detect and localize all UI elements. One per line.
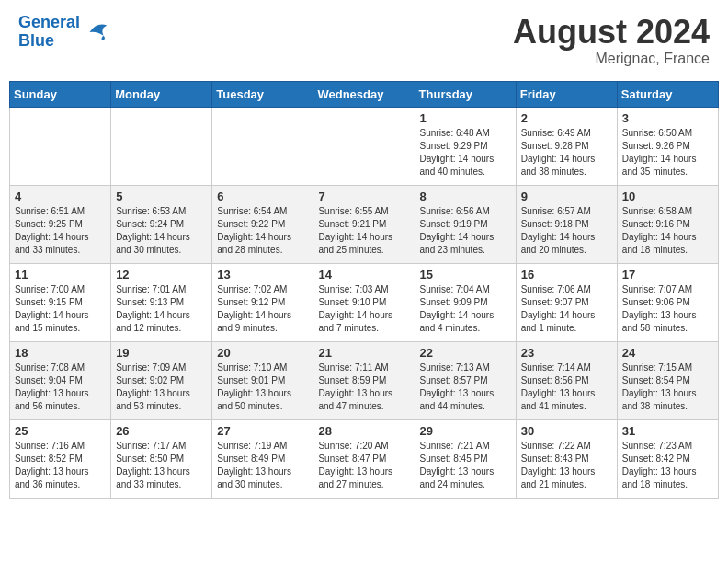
- title-block: August 2024 Merignac, France: [513, 14, 710, 67]
- day-number: 19: [116, 346, 207, 360]
- day-info: Sunrise: 6:51 AM Sunset: 9:25 PM Dayligh…: [15, 205, 106, 257]
- day-info: Sunrise: 7:04 AM Sunset: 9:09 PM Dayligh…: [420, 283, 511, 335]
- day-number: 16: [521, 268, 612, 282]
- day-cell: 2Sunrise: 6:49 AM Sunset: 9:28 PM Daylig…: [516, 107, 617, 185]
- day-info: Sunrise: 6:56 AM Sunset: 9:19 PM Dayligh…: [420, 205, 511, 257]
- day-info: Sunrise: 7:03 AM Sunset: 9:10 PM Dayligh…: [318, 283, 409, 335]
- day-number: 15: [420, 268, 511, 282]
- day-cell: 24Sunrise: 7:15 AM Sunset: 8:54 PM Dayli…: [617, 341, 718, 419]
- day-number: 29: [420, 424, 511, 438]
- day-number: 21: [318, 346, 409, 360]
- day-number: 11: [15, 268, 106, 282]
- day-cell: 19Sunrise: 7:09 AM Sunset: 9:02 PM Dayli…: [111, 341, 212, 419]
- header-friday: Friday: [516, 81, 617, 107]
- day-cell: 20Sunrise: 7:10 AM Sunset: 9:01 PM Dayli…: [212, 341, 313, 419]
- logo-text: General: [18, 14, 80, 32]
- day-info: Sunrise: 7:23 AM Sunset: 8:42 PM Dayligh…: [622, 440, 713, 491]
- day-cell: 5Sunrise: 6:53 AM Sunset: 9:24 PM Daylig…: [111, 185, 212, 263]
- day-info: Sunrise: 7:02 AM Sunset: 9:12 PM Dayligh…: [217, 283, 308, 335]
- day-number: 3: [622, 111, 713, 125]
- day-cell: 4Sunrise: 6:51 AM Sunset: 9:25 PM Daylig…: [10, 185, 111, 263]
- day-number: 7: [318, 190, 409, 203]
- day-info: Sunrise: 7:22 AM Sunset: 8:43 PM Dayligh…: [521, 440, 612, 491]
- day-info: Sunrise: 7:17 AM Sunset: 8:50 PM Dayligh…: [116, 440, 207, 491]
- day-number: 24: [622, 346, 713, 360]
- day-cell: 6Sunrise: 6:54 AM Sunset: 9:22 PM Daylig…: [212, 185, 313, 263]
- day-number: 20: [217, 346, 308, 360]
- day-info: Sunrise: 7:13 AM Sunset: 8:57 PM Dayligh…: [420, 362, 511, 413]
- day-cell: 25Sunrise: 7:16 AM Sunset: 8:52 PM Dayli…: [10, 419, 111, 498]
- day-info: Sunrise: 6:58 AM Sunset: 9:16 PM Dayligh…: [622, 205, 713, 257]
- day-cell: 15Sunrise: 7:04 AM Sunset: 9:09 PM Dayli…: [415, 263, 516, 341]
- day-number: 12: [116, 268, 207, 282]
- day-cell: [212, 107, 313, 185]
- day-number: 10: [622, 190, 713, 203]
- day-cell: 1Sunrise: 6:48 AM Sunset: 9:29 PM Daylig…: [415, 107, 516, 185]
- month-title: August 2024: [513, 14, 710, 51]
- day-cell: [313, 107, 415, 185]
- day-number: 18: [15, 346, 106, 360]
- day-cell: 22Sunrise: 7:13 AM Sunset: 8:57 PM Dayli…: [415, 341, 516, 419]
- day-number: 4: [15, 190, 106, 203]
- day-info: Sunrise: 7:08 AM Sunset: 9:04 PM Dayligh…: [15, 362, 106, 413]
- week-row-2: 4Sunrise: 6:51 AM Sunset: 9:25 PM Daylig…: [10, 185, 719, 263]
- day-cell: 29Sunrise: 7:21 AM Sunset: 8:45 PM Dayli…: [415, 419, 516, 498]
- day-cell: 30Sunrise: 7:22 AM Sunset: 8:43 PM Dayli…: [516, 419, 617, 498]
- day-number: 1: [420, 111, 511, 125]
- logo: General Blue: [18, 14, 110, 51]
- day-cell: 10Sunrise: 6:58 AM Sunset: 9:16 PM Dayli…: [617, 185, 718, 263]
- day-info: Sunrise: 7:15 AM Sunset: 8:54 PM Dayligh…: [622, 362, 713, 413]
- day-info: Sunrise: 7:07 AM Sunset: 9:06 PM Dayligh…: [622, 283, 713, 335]
- day-info: Sunrise: 7:16 AM Sunset: 8:52 PM Dayligh…: [15, 440, 106, 491]
- day-cell: 28Sunrise: 7:20 AM Sunset: 8:47 PM Dayli…: [313, 419, 415, 498]
- week-row-4: 18Sunrise: 7:08 AM Sunset: 9:04 PM Dayli…: [10, 341, 719, 419]
- day-number: 26: [116, 424, 207, 438]
- week-row-3: 11Sunrise: 7:00 AM Sunset: 9:15 PM Dayli…: [10, 263, 719, 341]
- day-number: 30: [521, 424, 612, 438]
- day-number: 9: [521, 190, 612, 203]
- day-info: Sunrise: 7:00 AM Sunset: 9:15 PM Dayligh…: [15, 283, 106, 335]
- day-info: Sunrise: 6:55 AM Sunset: 9:21 PM Dayligh…: [318, 205, 409, 257]
- day-number: 2: [521, 111, 612, 125]
- day-cell: 23Sunrise: 7:14 AM Sunset: 8:56 PM Dayli…: [516, 341, 617, 419]
- day-number: 31: [622, 424, 713, 438]
- day-cell: 11Sunrise: 7:00 AM Sunset: 9:15 PM Dayli…: [10, 263, 111, 341]
- day-cell: 3Sunrise: 6:50 AM Sunset: 9:26 PM Daylig…: [617, 107, 718, 185]
- day-info: Sunrise: 7:20 AM Sunset: 8:47 PM Dayligh…: [318, 440, 409, 491]
- day-info: Sunrise: 6:50 AM Sunset: 9:26 PM Dayligh…: [622, 127, 713, 178]
- day-info: Sunrise: 7:01 AM Sunset: 9:13 PM Dayligh…: [116, 283, 207, 335]
- day-info: Sunrise: 7:14 AM Sunset: 8:56 PM Dayligh…: [521, 362, 612, 413]
- day-number: 25: [15, 424, 106, 438]
- location: Merignac, France: [513, 51, 710, 67]
- day-cell: 27Sunrise: 7:19 AM Sunset: 8:49 PM Dayli…: [212, 419, 313, 498]
- day-info: Sunrise: 7:10 AM Sunset: 9:01 PM Dayligh…: [217, 362, 308, 413]
- day-cell: [111, 107, 212, 185]
- day-info: Sunrise: 6:48 AM Sunset: 9:29 PM Dayligh…: [420, 127, 511, 178]
- day-cell: 13Sunrise: 7:02 AM Sunset: 9:12 PM Dayli…: [212, 263, 313, 341]
- day-cell: 31Sunrise: 7:23 AM Sunset: 8:42 PM Dayli…: [617, 419, 718, 498]
- day-cell: 14Sunrise: 7:03 AM Sunset: 9:10 PM Dayli…: [313, 263, 415, 341]
- page-header: General Blue August 2024 Merignac, Franc…: [9, 9, 719, 72]
- day-number: 28: [318, 424, 409, 438]
- logo-text2: Blue: [18, 32, 80, 51]
- header-wednesday: Wednesday: [313, 81, 415, 107]
- day-cell: 18Sunrise: 7:08 AM Sunset: 9:04 PM Dayli…: [10, 341, 111, 419]
- header-tuesday: Tuesday: [212, 81, 313, 107]
- day-number: 14: [318, 268, 409, 282]
- day-cell: 12Sunrise: 7:01 AM Sunset: 9:13 PM Dayli…: [111, 263, 212, 341]
- day-number: 8: [420, 190, 511, 203]
- header-monday: Monday: [111, 81, 212, 107]
- day-cell: 7Sunrise: 6:55 AM Sunset: 9:21 PM Daylig…: [313, 185, 415, 263]
- day-info: Sunrise: 7:11 AM Sunset: 8:59 PM Dayligh…: [318, 362, 409, 413]
- day-info: Sunrise: 7:19 AM Sunset: 8:49 PM Dayligh…: [217, 440, 308, 491]
- day-number: 27: [217, 424, 308, 438]
- day-info: Sunrise: 6:54 AM Sunset: 9:22 PM Dayligh…: [217, 205, 308, 257]
- day-info: Sunrise: 7:09 AM Sunset: 9:02 PM Dayligh…: [116, 362, 207, 413]
- day-cell: [10, 107, 111, 185]
- week-row-5: 25Sunrise: 7:16 AM Sunset: 8:52 PM Dayli…: [10, 419, 719, 498]
- header-sunday: Sunday: [10, 81, 111, 107]
- header-thursday: Thursday: [415, 81, 516, 107]
- day-info: Sunrise: 7:06 AM Sunset: 9:07 PM Dayligh…: [521, 283, 612, 335]
- day-cell: 26Sunrise: 7:17 AM Sunset: 8:50 PM Dayli…: [111, 419, 212, 498]
- day-number: 17: [622, 268, 713, 282]
